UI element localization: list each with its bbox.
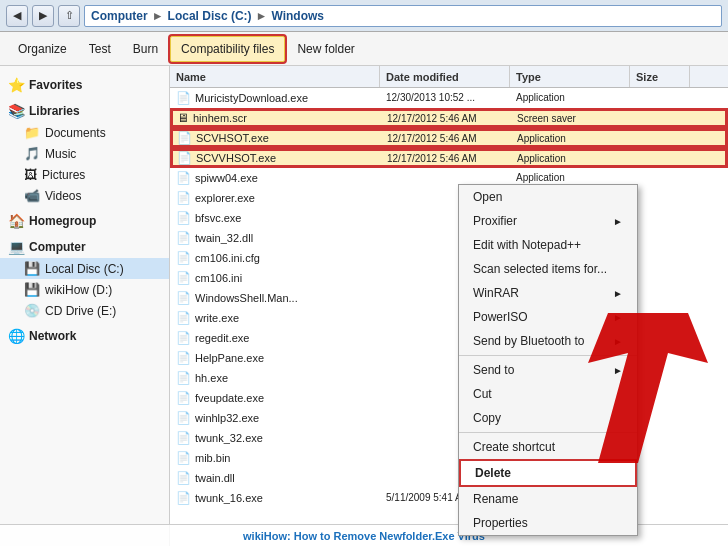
file-type-icon: 📄 — [176, 271, 191, 285]
organize-button[interactable]: Organize — [8, 36, 77, 62]
file-pane: Name Date modified Type Size 📄 Muricisty… — [170, 66, 728, 546]
nav-local-disk[interactable]: 💾 Local Disc (C:) — [0, 258, 169, 279]
table-row[interactable]: 📄 winhlp32.exe Application — [170, 408, 728, 428]
file-size — [630, 248, 690, 267]
table-row[interactable]: 📄 fveupdate.exe Application — [170, 388, 728, 408]
up-button[interactable]: ⇧ — [58, 5, 80, 27]
nav-videos[interactable]: 📹 Videos — [0, 185, 169, 206]
breadcrumb-folder[interactable]: Windows — [271, 9, 324, 23]
context-menu-item-delete[interactable]: Delete — [459, 459, 637, 487]
file-name: 📄 SCVVHSOT.exe — [171, 149, 381, 167]
file-size — [630, 468, 690, 487]
file-type-icon: 📄 — [176, 331, 191, 345]
breadcrumb[interactable]: Computer ► Local Disc (C:) ► Windows — [84, 5, 722, 27]
context-menu-item-poweriso[interactable]: PowerISO► — [459, 305, 637, 329]
table-row[interactable]: 📄 spiww04.exe Application — [170, 168, 728, 188]
back-button[interactable]: ◀ — [6, 5, 28, 27]
file-date: 12/17/2012 5:46 AM — [381, 149, 511, 167]
nav-music[interactable]: 🎵 Music — [0, 143, 169, 164]
table-row[interactable]: 📄 SCVVHSOT.exe 12/17/2012 5:46 AM Applic… — [170, 148, 728, 168]
context-menu-item-send-by-bluetooth-to[interactable]: Send by Bluetooth to► — [459, 329, 637, 353]
context-menu-item-create-shortcut[interactable]: Create shortcut — [459, 435, 637, 459]
homegroup-icon: 🏠 — [8, 213, 25, 229]
file-name: 📄 bfsvc.exe — [170, 208, 380, 227]
network-header[interactable]: 🌐 Network — [0, 325, 169, 347]
table-row[interactable]: 📄 twain.dll Application extens... — [170, 468, 728, 488]
table-row[interactable]: 📄 write.exe Application — [170, 308, 728, 328]
breadcrumb-computer[interactable]: Computer — [91, 9, 148, 23]
col-name-header[interactable]: Name — [170, 66, 380, 87]
file-name: 📄 SCVHSOT.exe — [171, 129, 381, 147]
new-folder-button[interactable]: New folder — [287, 36, 364, 62]
homegroup-header[interactable]: 🏠 Homegroup — [0, 210, 169, 232]
address-bar: ◀ ▶ ⇧ Computer ► Local Disc (C:) ► Windo… — [0, 0, 728, 32]
file-type-icon: 📄 — [176, 171, 191, 185]
table-row[interactable]: 📄 HelpPane.exe Application — [170, 348, 728, 368]
file-size — [630, 408, 690, 427]
file-type-icon: 📄 — [176, 371, 191, 385]
table-row[interactable]: 📄 twain_32.dll Application extens... — [170, 228, 728, 248]
table-row[interactable]: 📄 WindowsShell.Man... t File — [170, 288, 728, 308]
nav-wikihow[interactable]: 💾 wikiHow (D:) — [0, 279, 169, 300]
file-size — [630, 168, 690, 187]
file-size — [631, 129, 691, 147]
file-size — [630, 288, 690, 307]
table-row[interactable]: 📄 mib.bin FLV and Media Pla... — [170, 448, 728, 468]
computer-header[interactable]: 💻 Computer — [0, 236, 169, 258]
file-type-icon: 📄 — [176, 211, 191, 225]
table-row[interactable]: 📄 bfsvc.exe Application — [170, 208, 728, 228]
context-menu-separator — [459, 432, 637, 433]
file-type-icon: 📄 — [176, 431, 191, 445]
context-menu-item-cut[interactable]: Cut — [459, 382, 637, 406]
col-size-header[interactable]: Size — [630, 66, 690, 87]
file-type-icon: 📄 — [177, 131, 192, 145]
context-menu-item-edit-with-notepad++[interactable]: Edit with Notepad++ — [459, 233, 637, 257]
context-menu-item-send-to[interactable]: Send to► — [459, 358, 637, 382]
table-row[interactable]: 🖥 hinhem.scr 12/17/2012 5:46 AM Screen s… — [170, 108, 728, 128]
folder-icon: 📁 — [24, 125, 40, 140]
favorites-header[interactable]: ⭐ Favorites — [0, 74, 169, 96]
nav-pictures[interactable]: 🖼 Pictures — [0, 164, 169, 185]
compatibility-files-button[interactable]: Compatibility files — [170, 36, 285, 62]
table-row[interactable]: 📄 MuricistyDownload.exe 12/30/2013 10:52… — [170, 88, 728, 108]
context-menu-item-scan-selected-items-for...[interactable]: Scan selected items for... — [459, 257, 637, 281]
file-name: 📄 write.exe — [170, 308, 380, 327]
libraries-section: 📚 Libraries 📁 Documents 🎵 Music 🖼 Pictur… — [0, 100, 169, 206]
file-type-icon: 📄 — [176, 351, 191, 365]
file-type-icon: 📄 — [176, 491, 191, 505]
test-button[interactable]: Test — [79, 36, 121, 62]
forward-button[interactable]: ▶ — [32, 5, 54, 27]
libraries-header[interactable]: 📚 Libraries — [0, 100, 169, 122]
context-menu-item-properties[interactable]: Properties — [459, 511, 637, 535]
context-menu-item-copy[interactable]: Copy — [459, 406, 637, 430]
context-menu-item-rename[interactable]: Rename — [459, 487, 637, 511]
table-row[interactable]: 📄 twunk_16.exe 5/11/2009 5:41 AM Applica… — [170, 488, 728, 508]
file-name: 📄 twunk_16.exe — [170, 488, 380, 507]
network-icon: 🌐 — [8, 328, 25, 344]
file-date: 12/17/2012 5:46 AM — [381, 109, 511, 127]
table-row[interactable]: 📄 hh.exe Application — [170, 368, 728, 388]
nav-documents[interactable]: 📁 Documents — [0, 122, 169, 143]
table-row[interactable]: 📄 regedit.exe Application — [170, 328, 728, 348]
breadcrumb-drive[interactable]: Local Disc (C:) — [168, 9, 252, 23]
context-menu-item-proxifier[interactable]: Proxifier► — [459, 209, 637, 233]
table-row[interactable]: 📄 explorer.exe Application — [170, 188, 728, 208]
nav-cd-drive[interactable]: 💿 CD Drive (E:) — [0, 300, 169, 321]
table-row[interactable]: 📄 twunk_32.exe Application — [170, 428, 728, 448]
file-type-icon: 📄 — [176, 451, 191, 465]
burn-button[interactable]: Burn — [123, 36, 168, 62]
context-menu: OpenProxifier►Edit with Notepad++Scan se… — [458, 184, 638, 536]
file-name: 📄 WindowsShell.Man... — [170, 288, 380, 307]
file-size — [631, 109, 691, 127]
context-menu-item-open[interactable]: Open — [459, 185, 637, 209]
file-name: 📄 spiww04.exe — [170, 168, 380, 187]
col-type-header[interactable]: Type — [510, 66, 630, 87]
table-row[interactable]: 📄 cm106.ini.cfg — [170, 248, 728, 268]
table-row[interactable]: 📄 cm106.ini sett... — [170, 268, 728, 288]
file-size — [630, 308, 690, 327]
file-size — [630, 448, 690, 467]
context-menu-item-winrar[interactable]: WinRAR► — [459, 281, 637, 305]
table-row[interactable]: 📄 SCVHSOT.exe 12/17/2012 5:46 AM Applica… — [170, 128, 728, 148]
file-name: 📄 regedit.exe — [170, 328, 380, 347]
col-date-header[interactable]: Date modified — [380, 66, 510, 87]
